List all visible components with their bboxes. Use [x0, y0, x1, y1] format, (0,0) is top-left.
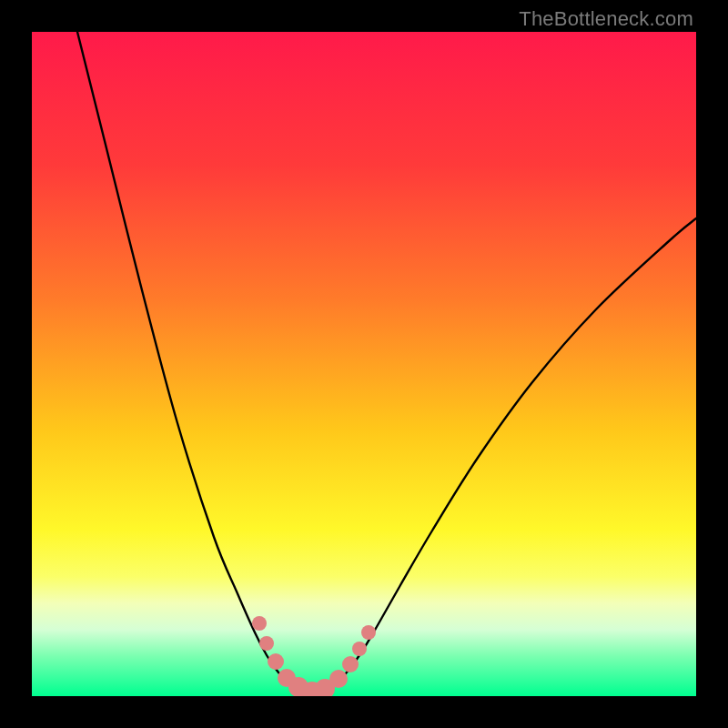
marker-point — [259, 636, 274, 651]
background-gradient — [32, 32, 696, 696]
chart-frame: TheBottleneck.com — [0, 0, 728, 728]
marker-point — [361, 625, 376, 640]
chart-svg — [32, 32, 696, 696]
marker-point — [342, 656, 359, 672]
marker-point — [252, 616, 267, 631]
marker-point — [352, 642, 367, 656]
plot-area — [32, 32, 696, 696]
marker-point — [268, 653, 284, 670]
marker-point — [329, 670, 348, 688]
watermark-text: TheBottleneck.com — [519, 7, 693, 31]
